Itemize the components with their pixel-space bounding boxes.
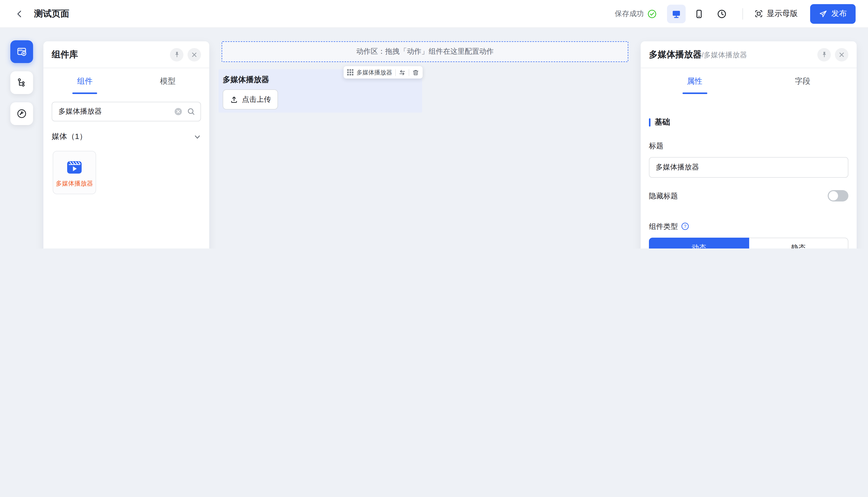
device-preview-group [667,4,731,23]
tab-fields[interactable]: 字段 [749,68,857,94]
upload-icon [230,95,238,103]
publish-label: 发布 [831,9,847,18]
outline-tree-icon [16,77,27,88]
pin-icon [821,51,827,58]
swap-icon[interactable] [399,69,405,76]
topbar-divider [742,8,743,19]
back-chevron-icon [15,9,24,18]
inspector-tabs: 属性 字段 [641,68,857,95]
basic-section-header: 基础 [649,117,848,127]
search-clear-icon[interactable] [174,108,182,116]
show-master-label: 显示母版 [767,9,798,18]
wrench-circle-icon [16,108,27,119]
inspector-subtitle: /多媒体播放器 [702,51,747,60]
toolbar-divider [395,69,396,76]
inspector-close-button[interactable] [835,48,848,61]
desktop-preview-button[interactable] [667,4,686,23]
library-close-button[interactable] [187,48,201,61]
hide-title-toggle[interactable] [828,190,848,201]
action-zone-text: 动作区：拖拽「动作」组件在这里配置动作 [356,47,494,56]
mobile-preview-button[interactable] [690,4,708,23]
component-library-panel: 组件库 组件 模型 [43,41,209,248]
title-input[interactable] [649,157,848,178]
clock-icon [716,9,727,19]
close-icon [191,52,197,58]
master-scan-icon [754,9,763,18]
section-accent-bar [649,118,651,126]
inspector-pin-button[interactable] [817,48,831,61]
hide-title-label: 隐藏标题 [649,190,678,201]
rail-component-library-button[interactable] [10,40,33,63]
save-status: 保存成功 [615,9,657,18]
show-master-button[interactable]: 显示母版 [754,9,798,18]
rail-tools-button[interactable] [10,102,33,125]
topbar: 测试页面 保存成功 [0,0,868,28]
media-player-card-label: 多媒体播放器 [56,180,93,186]
upload-button[interactable]: 点击上传 [223,89,278,110]
inspector-title: 多媒体播放器 [649,48,702,60]
left-rail [0,28,43,248]
title-field-label: 标题 [649,141,848,151]
save-success-check-icon [648,9,657,18]
basic-section-title: 基础 [655,117,670,127]
segment-option[interactable]: 动态 [649,238,749,248]
inspector-panel: 多媒体播放器 /多媒体播放器 属性 字段 [641,41,857,248]
page-title: 测试页面 [34,8,69,20]
back-button[interactable] [13,8,26,20]
publish-button[interactable]: 发布 [810,4,856,24]
library-pin-button[interactable] [170,48,183,61]
window-add-icon [16,46,27,57]
search-icon[interactable] [187,108,195,116]
media-group-header[interactable]: 媒体（1） [52,132,201,142]
media-group-label: 媒体（1） [52,132,87,142]
close-icon [839,52,845,58]
svg-text:?: ? [684,224,686,229]
history-button[interactable] [712,4,731,23]
rail-outline-tree-button[interactable] [10,71,33,94]
tab-components[interactable]: 组件 [43,68,126,94]
trash-icon[interactable] [412,69,419,76]
component-type-segment: 动态静态 [649,238,848,248]
app-root: 测试页面 保存成功 [0,0,868,248]
paper-plane-icon [819,10,827,18]
pin-icon [173,51,180,58]
monitor-icon [671,9,682,19]
tab-models[interactable]: 模型 [126,68,209,94]
action-drop-zone[interactable]: 动作区：拖拽「动作」组件在这里配置动作 [222,41,628,62]
toolbar-component-label: 多媒体播放器 [356,69,392,76]
toggle-knob [829,191,838,200]
tab-properties[interactable]: 属性 [641,68,749,94]
help-icon[interactable]: ? [681,222,689,230]
component-type-label: 组件类型 [649,221,678,231]
segment-option[interactable]: 静态 [749,238,848,248]
media-player-component-card[interactable]: 多媒体播放器 [53,151,96,194]
save-status-label: 保存成功 [615,9,644,18]
library-title: 组件库 [52,48,78,60]
chevron-down-icon [194,133,201,140]
phone-icon [694,9,704,19]
drag-handle-grid-icon[interactable] [347,69,353,75]
library-tabs: 组件 模型 [43,68,209,95]
media-player-icon [66,159,83,176]
upload-button-label: 点击上传 [242,95,271,104]
component-floating-toolbar: 多媒体播放器 [344,66,423,79]
toolbar-divider [409,69,409,76]
